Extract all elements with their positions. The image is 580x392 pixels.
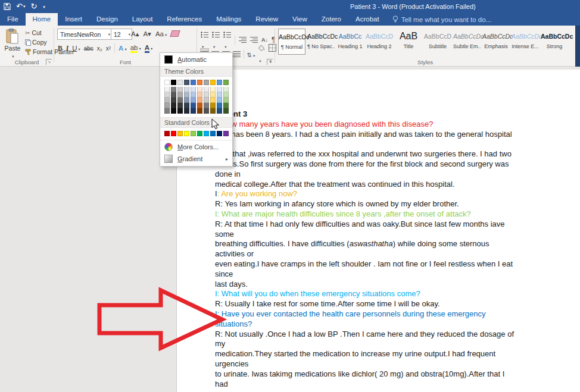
- tab-insert[interactable]: Insert: [58, 13, 89, 26]
- theme-shade-swatch[interactable]: [204, 108, 209, 114]
- doc-line-8[interactable]: medical college.After that the treatment…: [215, 180, 514, 190]
- standard-color-swatch[interactable]: [223, 131, 229, 136]
- doc-line-21[interactable]: I: Have you ever contacted the health ca…: [215, 309, 514, 319]
- theme-shade-swatch[interactable]: [197, 103, 202, 108]
- style-chip-title[interactable]: AaBTitle: [395, 29, 422, 55]
- grow-font-button[interactable]: A▴: [131, 30, 139, 38]
- doc-line-12[interactable]: R: At that time I had only few difficult…: [215, 219, 514, 230]
- style-chip-emphasis[interactable]: AaBbCcDcEmphasis: [482, 29, 510, 55]
- tab-view[interactable]: View: [285, 13, 314, 26]
- theme-shade-swatch[interactable]: [204, 103, 209, 108]
- theme-shade-swatch[interactable]: [171, 87, 176, 92]
- theme-shade-swatch[interactable]: [177, 98, 183, 103]
- subscript-button[interactable]: x₂: [97, 45, 102, 52]
- theme-color-swatch[interactable]: [164, 80, 170, 85]
- superscript-button[interactable]: x²: [106, 45, 111, 52]
- sort-button[interactable]: A↓: [261, 37, 268, 43]
- font-size-combo[interactable]: 12▾: [111, 29, 132, 40]
- theme-shade-swatch[interactable]: [164, 92, 170, 98]
- font-color-button[interactable]: A▾: [145, 44, 153, 53]
- standard-color-swatch[interactable]: [217, 131, 222, 136]
- doc-line-23[interactable]: R: Not usually .Once I had a low BP .The…: [215, 330, 514, 340]
- doc-line-2[interactable]: I: How many years have you been diagnose…: [215, 120, 514, 130]
- theme-shade-swatch[interactable]: [184, 108, 189, 114]
- theme-color-swatch[interactable]: [204, 80, 209, 85]
- theme-shade-swatch[interactable]: [177, 87, 183, 92]
- standard-color-swatch[interactable]: [177, 131, 183, 136]
- highlight-color-button[interactable]: ab▾: [130, 44, 141, 53]
- theme-shade-swatch[interactable]: [210, 103, 216, 108]
- theme-shade-swatch[interactable]: [164, 103, 170, 108]
- standard-color-swatch[interactable]: [210, 131, 216, 136]
- theme-shade-swatch[interactable]: [177, 103, 183, 108]
- theme-shade-swatch[interactable]: [217, 98, 222, 103]
- theme-shade-swatch[interactable]: [164, 98, 170, 103]
- theme-shade-swatch[interactable]: [191, 92, 196, 98]
- doc-line-18[interactable]: last days.: [215, 280, 514, 290]
- clear-formatting-button[interactable]: [171, 29, 179, 39]
- theme-shade-swatch[interactable]: [164, 87, 170, 92]
- doc-line-15[interactable]: activities or: [215, 249, 514, 259]
- theme-shade-swatch[interactable]: [184, 103, 189, 108]
- theme-shade-swatch[interactable]: [191, 98, 196, 103]
- theme-color-swatch[interactable]: [223, 80, 229, 85]
- theme-shade-swatch[interactable]: [171, 98, 176, 103]
- clipboard-dialog-launcher[interactable]: ↘: [46, 59, 52, 65]
- style-chip-subtitle[interactable]: AaBbCcDSubtitle: [424, 29, 451, 55]
- doc-line-16[interactable]: even eating.I have cramps in the left sh…: [215, 259, 514, 269]
- theme-color-swatch[interactable]: [184, 80, 189, 85]
- underline-button[interactable]: U▾: [72, 45, 80, 52]
- theme-shade-swatch[interactable]: [191, 103, 196, 108]
- theme-shade-swatch[interactable]: [184, 87, 189, 92]
- theme-shade-swatch[interactable]: [210, 98, 216, 103]
- theme-shade-swatch[interactable]: [177, 92, 183, 98]
- theme-shade-swatch[interactable]: [204, 92, 209, 98]
- style-chip-heading-2[interactable]: AaBbCcDHeading 2: [366, 29, 393, 55]
- font-name-combo[interactable]: TimesNewRon▾: [57, 29, 112, 40]
- doc-line-9[interactable]: I: Are you working now?: [215, 189, 514, 199]
- redo-button[interactable]: ↻: [30, 0, 37, 13]
- theme-shade-swatch[interactable]: [223, 92, 229, 98]
- standard-color-swatch[interactable]: [184, 131, 189, 136]
- standard-color-swatch[interactable]: [171, 131, 176, 136]
- style-chip-heading-1[interactable]: AaBbCcHeading 1: [336, 29, 364, 55]
- doc-line-6[interactable]: blocks.So first surgery was done from th…: [215, 159, 514, 170]
- theme-shade-swatch[interactable]: [204, 87, 209, 92]
- theme-shade-swatch[interactable]: [177, 108, 183, 114]
- theme-shade-swatch[interactable]: [223, 87, 229, 92]
- standard-color-swatch[interactable]: [191, 131, 196, 136]
- theme-shade-swatch[interactable]: [210, 87, 216, 92]
- theme-color-swatch[interactable]: [171, 80, 176, 85]
- automatic-color-item[interactable]: Automatic: [160, 53, 232, 66]
- theme-shade-swatch[interactable]: [164, 108, 170, 114]
- tab-references[interactable]: References: [160, 13, 209, 26]
- doc-line-27[interactable]: to urinate. Iwas takimg medications like…: [215, 369, 514, 380]
- theme-color-swatch[interactable]: [197, 80, 202, 85]
- italic-button[interactable]: I: [66, 45, 68, 52]
- strikethrough-button[interactable]: abc: [84, 45, 93, 52]
- theme-shade-swatch[interactable]: [197, 92, 202, 98]
- tab-file[interactable]: File: [0, 13, 26, 26]
- doc-line-28[interactable]: had: [215, 380, 514, 390]
- doc-line-5[interactable]: after that ,iwas referred to the xxx hos…: [215, 149, 514, 159]
- theme-shade-swatch[interactable]: [210, 92, 216, 98]
- doc-line-11[interactable]: I: What are major health difficulties si…: [215, 209, 514, 219]
- change-case-button[interactable]: Aa▾: [155, 30, 167, 37]
- style-chip-partial[interactable]: Ac: [570, 29, 575, 55]
- doc-line-20[interactable]: R: Usually I take rest for some time.Aft…: [215, 299, 514, 309]
- standard-color-swatch[interactable]: [164, 131, 170, 136]
- paragraph-dialog-launcher[interactable]: ↘: [267, 59, 273, 65]
- doc-line-19[interactable]: I: What will you do when these emergency…: [215, 289, 514, 299]
- theme-shade-swatch[interactable]: [217, 87, 222, 92]
- customize-qat-icon[interactable]: ▾: [43, 0, 45, 14]
- doc-line-4[interactable]: ,and: [215, 139, 514, 149]
- tab-mailings[interactable]: Mailings: [209, 13, 248, 26]
- theme-color-swatch[interactable]: [217, 80, 222, 85]
- doc-line-14[interactable]: breathing difficulties. I have difficult…: [215, 239, 514, 249]
- doc-line-1[interactable]: Patient 3: [215, 109, 514, 120]
- doc-line-7[interactable]: done in: [215, 170, 514, 180]
- theme-color-swatch[interactable]: [210, 80, 216, 85]
- undo-button[interactable]: ↶▾: [16, 0, 25, 13]
- text-effects-button[interactable]: A▾: [119, 45, 127, 52]
- gradient-item[interactable]: Gradient ▸: [160, 153, 232, 166]
